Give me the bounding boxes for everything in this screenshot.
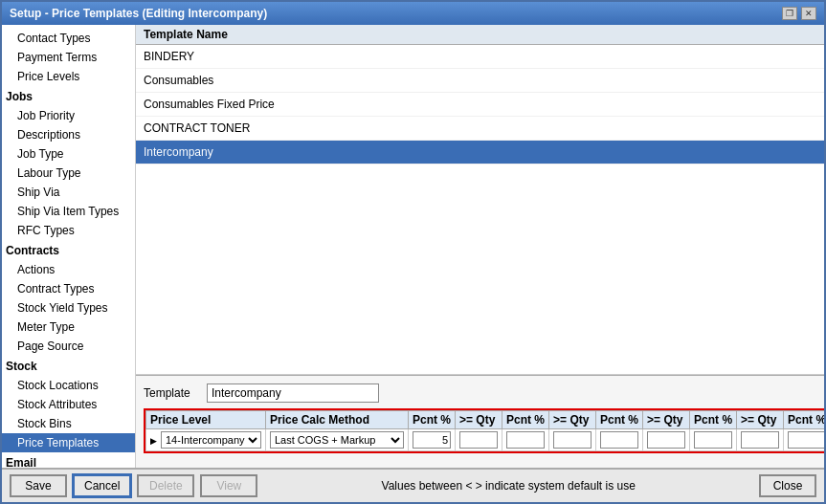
template-list: Template Name BINDERYConsumablesConsumab…: [136, 25, 824, 375]
close-button[interactable]: Close: [759, 474, 816, 497]
template-row-intercompany[interactable]: Intercompany: [136, 141, 824, 164]
template-row-consumables-fixed[interactable]: Consumables Fixed Price: [136, 93, 824, 117]
price-calc-method-select[interactable]: Last COGS + Markup: [270, 431, 404, 449]
template-field-row: Template: [144, 383, 816, 403]
col-price-level: Price Level: [146, 411, 266, 429]
sidebar-item-email-group: Email: [2, 452, 135, 468]
template-rows: BINDERYConsumablesConsumables Fixed Pric…: [136, 45, 824, 164]
col-gte-qty3: >= Qty: [643, 411, 690, 429]
pcnt5-input[interactable]: [788, 431, 824, 449]
price-table-row: ▶14-IntercompanyLast COGS + Markup: [146, 429, 825, 451]
sidebar-item-contracts-group: Contracts: [2, 240, 135, 260]
main-window: Setup - Price Templates (Editing Interco…: [0, 0, 826, 504]
col-pcnt1: Pcnt %: [409, 411, 456, 429]
col-gte-qty1: >= Qty: [456, 411, 502, 429]
gte-qty3-input[interactable]: [647, 431, 685, 449]
restore-button[interactable]: ❐: [782, 7, 797, 20]
sidebar-item-rfc-types[interactable]: RFC Types: [2, 221, 135, 240]
delete-button[interactable]: Delete: [137, 474, 194, 497]
main-panel: Template Name BINDERYConsumablesConsumab…: [136, 25, 824, 468]
col-gte-qty4: >= Qty: [737, 411, 784, 429]
sidebar-item-labour-type[interactable]: Labour Type: [2, 164, 135, 183]
title-bar: Setup - Price Templates (Editing Interco…: [2, 2, 824, 25]
sidebar-item-ship-via-item-types[interactable]: Ship Via Item Types: [2, 202, 135, 221]
template-row-contract-toner[interactable]: CONTRACT TONER: [136, 117, 824, 141]
col-pcnt5: Pcnt %: [784, 411, 824, 429]
close-window-button[interactable]: ✕: [801, 7, 816, 20]
bottom-bar: Save Cancel Delete View Values between <…: [2, 468, 824, 502]
sidebar-item-jobs-group: Jobs: [2, 86, 135, 106]
price-table-body: ▶14-IntercompanyLast COGS + Markup: [146, 429, 825, 451]
sidebar-item-stock-bins[interactable]: Stock Bins: [2, 414, 135, 433]
pcnt2-input[interactable]: [506, 431, 545, 449]
col-price-calc: Price Calc Method: [266, 411, 409, 429]
view-button[interactable]: View: [200, 474, 257, 497]
price-table-header-row: Price Level Price Calc Method Pcnt % >= …: [146, 411, 825, 429]
title-controls: ❐ ✕: [782, 7, 816, 20]
sidebar-item-job-priority[interactable]: Job Priority: [2, 106, 135, 125]
sidebar-item-stock-attributes[interactable]: Stock Attributes: [2, 395, 135, 414]
edit-area: Template Price Level Price Calc Method P…: [136, 375, 824, 468]
sidebar-item-actions[interactable]: Actions: [2, 260, 135, 279]
sidebar: Contact TypesPayment TermsPrice LevelsJo…: [2, 25, 136, 468]
sidebar-item-ship-via[interactable]: Ship Via: [2, 183, 135, 202]
cancel-button[interactable]: Cancel: [73, 474, 131, 497]
sidebar-item-contact-types[interactable]: Contact Types: [2, 29, 135, 48]
sidebar-item-stock-yield-types[interactable]: Stock Yield Types: [2, 298, 135, 318]
col-pcnt4: Pcnt %: [690, 411, 737, 429]
pcnt4-input[interactable]: [694, 431, 732, 449]
sidebar-item-meter-type[interactable]: Meter Type: [2, 318, 135, 337]
price-table-container: Price Level Price Calc Method Pcnt % >= …: [144, 408, 824, 453]
sidebar-item-stock-locations[interactable]: Stock Locations: [2, 376, 135, 395]
window-title: Setup - Price Templates (Editing Interco…: [10, 7, 267, 20]
row-arrow-icon: ▶14-Intercompany: [146, 429, 266, 451]
price-level-select[interactable]: 14-Intercompany: [161, 431, 261, 449]
template-list-header: Template Name: [136, 25, 824, 45]
sidebar-item-stock-group: Stock: [2, 356, 135, 376]
sidebar-item-page-source[interactable]: Page Source: [2, 337, 135, 356]
gte-qty1-input[interactable]: [459, 431, 498, 449]
gte-qty4-input[interactable]: [741, 431, 779, 449]
gte-qty2-input[interactable]: [553, 431, 592, 449]
template-row-bindery[interactable]: BINDERY: [136, 45, 824, 69]
col-pcnt2: Pcnt %: [502, 411, 549, 429]
content-area: Contact TypesPayment TermsPrice LevelsJo…: [2, 25, 824, 468]
sidebar-item-price-levels[interactable]: Price Levels: [2, 67, 135, 86]
pcnt1-input[interactable]: [413, 431, 451, 449]
sidebar-item-payment-terms[interactable]: Payment Terms: [2, 48, 135, 67]
template-name-input[interactable]: [207, 383, 379, 403]
sidebar-item-contract-types[interactable]: Contract Types: [2, 279, 135, 298]
sidebar-item-job-type[interactable]: Job Type: [2, 144, 135, 164]
template-row-consumables[interactable]: Consumables: [136, 69, 824, 93]
pcnt3-input[interactable]: [600, 431, 638, 449]
col-gte-qty2: >= Qty: [549, 411, 596, 429]
sidebar-scroll: Contact TypesPayment TermsPrice LevelsJo…: [2, 29, 135, 468]
status-text: Values between < > indicate system defau…: [263, 479, 753, 493]
save-button[interactable]: Save: [10, 474, 67, 497]
template-label: Template: [144, 386, 201, 400]
sidebar-item-price-templates[interactable]: Price Templates: [2, 433, 135, 452]
sidebar-item-descriptions[interactable]: Descriptions: [2, 125, 135, 144]
price-table: Price Level Price Calc Method Pcnt % >= …: [145, 410, 824, 451]
col-pcnt3: Pcnt %: [596, 411, 643, 429]
